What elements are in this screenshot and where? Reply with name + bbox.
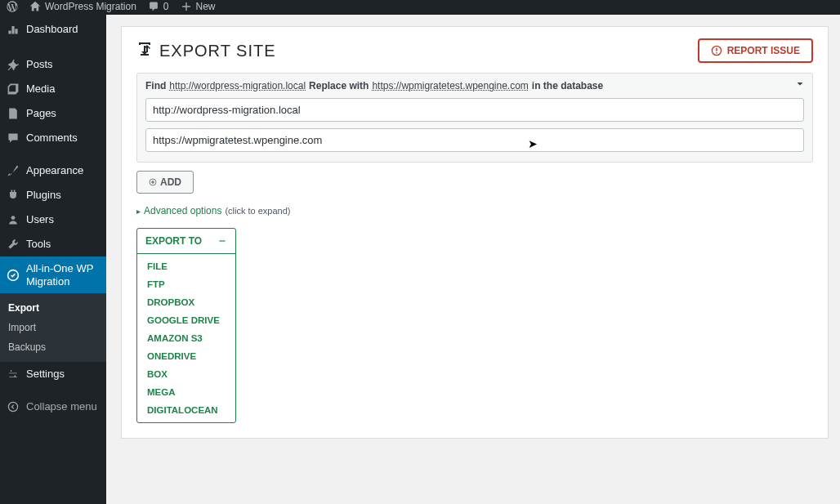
report-issue-button[interactable]: REPORT ISSUE (698, 38, 813, 63)
plus-circle-icon (149, 178, 157, 186)
sidebar-item-label: Pages (26, 107, 56, 120)
alert-icon (711, 45, 722, 56)
find-label: Find (145, 80, 166, 91)
main-content: EXPORT SITE REPORT ISSUE Find http://wor… (106, 15, 840, 504)
collapse-icon (7, 400, 20, 413)
export-to-dropdown: EXPORT TO FILE FTP DROPBOX GOOGLE DRIVE … (136, 228, 236, 423)
sidebar-item-label: Users (26, 213, 54, 226)
sidebar-item-label: Plugins (26, 189, 61, 202)
export-option-box[interactable]: BOX (137, 365, 235, 383)
export-to-label: EXPORT TO (145, 235, 202, 247)
add-label: ADD (160, 176, 181, 188)
export-option-file[interactable]: FILE (137, 257, 235, 275)
advanced-options-hint: (click to expand) (225, 206, 290, 216)
sidebar-item-label: Comments (26, 132, 78, 145)
new-label: New (196, 1, 216, 12)
migration-icon (7, 269, 20, 282)
site-name-label: WordPress Migration (45, 1, 136, 12)
sidebar-item-label: Posts (26, 58, 53, 71)
comments-count: 0 (163, 1, 169, 12)
add-button[interactable]: ADD (136, 171, 194, 194)
find-replace-summary: Find http://wordpress-migration.local Re… (145, 80, 804, 91)
export-option-onedrive[interactable]: ONEDRIVE (137, 347, 235, 365)
sidebar-item-label: Tools (26, 238, 51, 251)
home-icon (29, 1, 41, 12)
export-to-button[interactable]: EXPORT TO (137, 229, 235, 254)
settings-icon (7, 368, 20, 381)
advanced-options-label: Advanced options (144, 205, 221, 216)
sidebar-submenu-ai1wm: Export Import Backups (0, 293, 106, 362)
wrench-icon (7, 238, 20, 251)
page-icon (7, 107, 20, 120)
export-option-dropbox[interactable]: DROPBOX (137, 293, 235, 311)
submenu-item-backups[interactable]: Backups (0, 337, 106, 357)
chevron-down-icon (794, 78, 806, 90)
admin-sidebar: Dashboard Posts Media Pages Comments App… (0, 15, 106, 504)
pin-icon (7, 58, 20, 71)
replace-label: Replace with (309, 80, 369, 91)
replace-url-display: https://wpmigratetest.wpengine.com (372, 80, 528, 91)
export-option-amazons3[interactable]: AMAZON S3 (137, 329, 235, 347)
collapse-label: Collapse menu (26, 400, 97, 413)
wp-logo[interactable] (7, 1, 18, 12)
sidebar-item-settings[interactable]: Settings (0, 362, 106, 386)
find-url-display: http://wordpress-migration.local (169, 80, 306, 91)
sidebar-item-plugins[interactable]: Plugins (0, 183, 106, 207)
export-option-mega[interactable]: MEGA (137, 383, 235, 401)
dashboard-icon (7, 23, 20, 36)
new-link[interactable]: New (181, 1, 216, 12)
sidebar-item-media[interactable]: Media (0, 77, 106, 101)
minus-icon (217, 236, 227, 246)
plus-icon (181, 1, 192, 12)
sidebar-item-users[interactable]: Users (0, 207, 106, 232)
export-panel: EXPORT SITE REPORT ISSUE Find http://wor… (121, 26, 829, 439)
advanced-options-toggle[interactable]: ▸ Advanced options (click to expand) (136, 205, 813, 216)
plugin-icon (7, 189, 20, 202)
collapse-toggle[interactable] (794, 78, 806, 92)
page-title: EXPORT SITE (159, 42, 276, 60)
sidebar-item-tools[interactable]: Tools (0, 232, 106, 256)
sidebar-item-pages[interactable]: Pages (0, 101, 106, 126)
comment-icon (148, 1, 159, 12)
sidebar-item-label: Appearance (26, 164, 83, 177)
replace-input[interactable] (145, 128, 804, 152)
sidebar-item-comments[interactable]: Comments (0, 126, 106, 150)
find-input[interactable] (145, 98, 804, 122)
sidebar-item-dashboard[interactable]: Dashboard (0, 15, 106, 44)
export-option-ftp[interactable]: FTP (137, 275, 235, 293)
sidebar-item-appearance[interactable]: Appearance (0, 158, 106, 183)
brush-icon (7, 164, 20, 177)
svg-point-2 (8, 403, 17, 412)
triangle-icon: ▸ (136, 207, 141, 216)
site-name-link[interactable]: WordPress Migration (29, 1, 136, 12)
sidebar-item-posts[interactable]: Posts (0, 52, 106, 77)
export-icon (136, 42, 153, 59)
sidebar-item-label: Dashboard (26, 23, 78, 36)
wordpress-icon (7, 1, 18, 12)
svg-point-0 (11, 216, 16, 220)
export-option-googledrive[interactable]: GOOGLE DRIVE (137, 311, 235, 329)
find-replace-section: Find http://wordpress-migration.local Re… (136, 73, 813, 163)
comments-link[interactable]: 0 (148, 1, 169, 12)
suffix-label: in the database (532, 80, 603, 91)
sidebar-item-label: Settings (26, 368, 65, 381)
report-issue-label: REPORT ISSUE (727, 45, 800, 56)
admin-bar: WordPress Migration 0 New (0, 0, 840, 15)
users-icon (7, 213, 20, 226)
submenu-item-export[interactable]: Export (0, 298, 106, 318)
comment-icon (7, 132, 20, 145)
export-option-digitalocean[interactable]: DIGITALOCEAN (137, 401, 235, 419)
sidebar-item-label: All-in-One WP Migration (26, 262, 100, 288)
sidebar-item-ai1wm[interactable]: All-in-One WP Migration (0, 256, 106, 293)
sidebar-item-label: Media (26, 83, 55, 96)
collapse-menu[interactable]: Collapse menu (0, 395, 106, 419)
submenu-item-import[interactable]: Import (0, 318, 106, 337)
media-icon (7, 83, 20, 96)
export-to-options: FILE FTP DROPBOX GOOGLE DRIVE AMAZON S3 … (137, 254, 235, 422)
